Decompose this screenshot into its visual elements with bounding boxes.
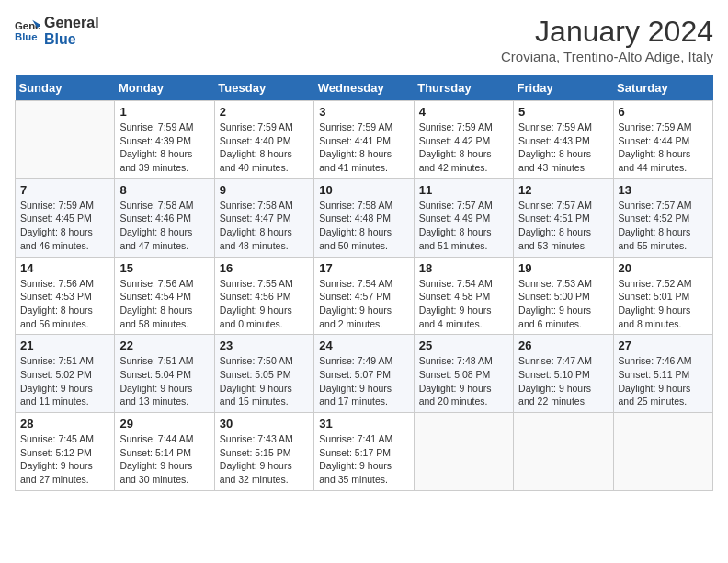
calendar-cell: 5Sunrise: 7:59 AMSunset: 4:43 PMDaylight… (514, 101, 613, 179)
calendar-header-thursday: Thursday (414, 75, 513, 101)
title-block: January 2024 Croviana, Trentino-Alto Adi… (501, 15, 713, 64)
calendar-cell: 25Sunrise: 7:48 AMSunset: 5:08 PMDayligh… (414, 335, 513, 413)
page-header: General Blue General Blue January 2024 C… (15, 15, 713, 64)
day-number: 22 (119, 339, 209, 352)
calendar-cell (514, 413, 613, 491)
day-info: Sunrise: 7:59 AMSunset: 4:45 PMDaylight:… (20, 199, 109, 253)
month-title: January 2024 (501, 15, 713, 49)
day-number: 9 (220, 183, 309, 197)
calendar-cell: 9Sunrise: 7:58 AMSunset: 4:47 PMDaylight… (214, 178, 313, 257)
day-info: Sunrise: 7:59 AMSunset: 4:42 PMDaylight:… (419, 121, 508, 175)
day-number: 21 (20, 339, 109, 352)
day-number: 1 (119, 105, 209, 119)
calendar-cell: 21Sunrise: 7:51 AMSunset: 5:02 PMDayligh… (16, 335, 115, 413)
calendar-week-row: 7Sunrise: 7:59 AMSunset: 4:45 PMDaylight… (16, 178, 713, 257)
calendar-cell (613, 413, 712, 491)
day-info: Sunrise: 7:44 AMSunset: 5:14 PMDaylight:… (119, 432, 209, 487)
calendar-cell: 1Sunrise: 7:59 AMSunset: 4:39 PMDaylight… (115, 101, 214, 179)
day-number: 5 (518, 105, 608, 119)
calendar-header-friday: Friday (514, 75, 613, 101)
day-info: Sunrise: 7:51 AMSunset: 5:02 PMDaylight:… (20, 354, 109, 408)
calendar-cell: 16Sunrise: 7:55 AMSunset: 4:56 PMDayligh… (214, 257, 313, 335)
day-info: Sunrise: 7:59 AMSunset: 4:40 PMDaylight:… (220, 121, 309, 175)
day-number: 4 (419, 105, 508, 119)
day-info: Sunrise: 7:59 AMSunset: 4:41 PMDaylight:… (319, 121, 408, 175)
calendar-body: 1Sunrise: 7:59 AMSunset: 4:39 PMDaylight… (16, 101, 713, 491)
calendar-cell: 14Sunrise: 7:56 AMSunset: 4:53 PMDayligh… (16, 257, 115, 335)
day-info: Sunrise: 7:59 AMSunset: 4:43 PMDaylight:… (518, 121, 608, 175)
calendar-cell: 30Sunrise: 7:43 AMSunset: 5:15 PMDayligh… (214, 413, 313, 491)
day-info: Sunrise: 7:56 AMSunset: 4:54 PMDaylight:… (119, 277, 209, 331)
day-info: Sunrise: 7:51 AMSunset: 5:04 PMDaylight:… (119, 354, 209, 408)
calendar-cell: 31Sunrise: 7:41 AMSunset: 5:17 PMDayligh… (314, 413, 414, 491)
calendar-header-saturday: Saturday (613, 75, 712, 101)
calendar-header-monday: Monday (115, 75, 214, 101)
calendar-cell: 27Sunrise: 7:46 AMSunset: 5:11 PMDayligh… (613, 335, 712, 413)
calendar-cell (16, 101, 115, 179)
day-info: Sunrise: 7:57 AMSunset: 4:52 PMDaylight:… (619, 199, 708, 253)
calendar-cell: 19Sunrise: 7:53 AMSunset: 5:00 PMDayligh… (514, 257, 613, 335)
day-number: 31 (319, 417, 408, 431)
day-number: 16 (220, 261, 309, 275)
day-number: 20 (619, 261, 708, 275)
calendar-cell: 10Sunrise: 7:58 AMSunset: 4:48 PMDayligh… (314, 178, 414, 257)
day-info: Sunrise: 7:57 AMSunset: 4:49 PMDaylight:… (419, 199, 508, 253)
day-info: Sunrise: 7:53 AMSunset: 5:00 PMDaylight:… (518, 277, 608, 331)
calendar-week-row: 14Sunrise: 7:56 AMSunset: 4:53 PMDayligh… (16, 257, 713, 335)
calendar-cell: 17Sunrise: 7:54 AMSunset: 4:57 PMDayligh… (314, 257, 414, 335)
calendar-cell: 11Sunrise: 7:57 AMSunset: 4:49 PMDayligh… (414, 178, 513, 257)
day-number: 2 (220, 105, 309, 119)
calendar-cell: 3Sunrise: 7:59 AMSunset: 4:41 PMDaylight… (314, 101, 414, 179)
calendar-cell: 12Sunrise: 7:57 AMSunset: 4:51 PMDayligh… (514, 178, 613, 257)
calendar-cell (414, 413, 513, 491)
calendar-header-wednesday: Wednesday (314, 75, 414, 101)
logo: General Blue General Blue (15, 15, 99, 47)
logo-icon: General Blue (15, 18, 40, 44)
calendar-header-row: SundayMondayTuesdayWednesdayThursdayFrid… (16, 75, 713, 101)
logo-line2: Blue (44, 31, 99, 48)
calendar-table: SundayMondayTuesdayWednesdayThursdayFrid… (15, 75, 713, 491)
day-info: Sunrise: 7:56 AMSunset: 4:53 PMDaylight:… (20, 277, 109, 331)
day-number: 28 (20, 417, 109, 431)
calendar-cell: 28Sunrise: 7:45 AMSunset: 5:12 PMDayligh… (16, 413, 115, 491)
day-info: Sunrise: 7:54 AMSunset: 4:58 PMDaylight:… (419, 277, 508, 331)
day-number: 12 (518, 183, 608, 197)
day-info: Sunrise: 7:43 AMSunset: 5:15 PMDaylight:… (220, 432, 309, 487)
logo-line1: General (44, 15, 99, 31)
day-info: Sunrise: 7:45 AMSunset: 5:12 PMDaylight:… (20, 432, 109, 487)
day-info: Sunrise: 7:58 AMSunset: 4:47 PMDaylight:… (220, 199, 309, 253)
day-number: 7 (20, 183, 109, 197)
day-info: Sunrise: 7:41 AMSunset: 5:17 PMDaylight:… (319, 432, 408, 487)
calendar-cell: 7Sunrise: 7:59 AMSunset: 4:45 PMDaylight… (16, 178, 115, 257)
calendar-cell: 13Sunrise: 7:57 AMSunset: 4:52 PMDayligh… (613, 178, 712, 257)
day-info: Sunrise: 7:47 AMSunset: 5:10 PMDaylight:… (518, 354, 608, 408)
day-number: 3 (319, 105, 408, 119)
day-number: 10 (319, 183, 408, 197)
calendar-cell: 29Sunrise: 7:44 AMSunset: 5:14 PMDayligh… (115, 413, 214, 491)
day-number: 29 (119, 417, 209, 431)
calendar-week-row: 28Sunrise: 7:45 AMSunset: 5:12 PMDayligh… (16, 413, 713, 491)
day-number: 24 (319, 339, 408, 352)
day-number: 19 (518, 261, 608, 275)
day-info: Sunrise: 7:59 AMSunset: 4:39 PMDaylight:… (119, 121, 209, 175)
day-number: 14 (20, 261, 109, 275)
calendar-week-row: 1Sunrise: 7:59 AMSunset: 4:39 PMDaylight… (16, 101, 713, 179)
day-info: Sunrise: 7:57 AMSunset: 4:51 PMDaylight:… (518, 199, 608, 253)
calendar-cell: 22Sunrise: 7:51 AMSunset: 5:04 PMDayligh… (115, 335, 214, 413)
day-number: 8 (119, 183, 209, 197)
svg-text:Blue: Blue (15, 30, 38, 41)
calendar-cell: 8Sunrise: 7:58 AMSunset: 4:46 PMDaylight… (115, 178, 214, 257)
day-info: Sunrise: 7:55 AMSunset: 4:56 PMDaylight:… (220, 277, 309, 331)
day-info: Sunrise: 7:58 AMSunset: 4:46 PMDaylight:… (119, 199, 209, 253)
day-number: 23 (220, 339, 309, 352)
day-info: Sunrise: 7:58 AMSunset: 4:48 PMDaylight:… (319, 199, 408, 253)
calendar-cell: 23Sunrise: 7:50 AMSunset: 5:05 PMDayligh… (214, 335, 313, 413)
day-number: 11 (419, 183, 508, 197)
calendar-cell: 18Sunrise: 7:54 AMSunset: 4:58 PMDayligh… (414, 257, 513, 335)
day-info: Sunrise: 7:49 AMSunset: 5:07 PMDaylight:… (319, 354, 408, 408)
day-number: 30 (220, 417, 309, 431)
day-info: Sunrise: 7:59 AMSunset: 4:44 PMDaylight:… (619, 121, 708, 175)
calendar-cell: 24Sunrise: 7:49 AMSunset: 5:07 PMDayligh… (314, 335, 414, 413)
day-info: Sunrise: 7:50 AMSunset: 5:05 PMDaylight:… (220, 354, 309, 408)
calendar-header-sunday: Sunday (16, 75, 115, 101)
